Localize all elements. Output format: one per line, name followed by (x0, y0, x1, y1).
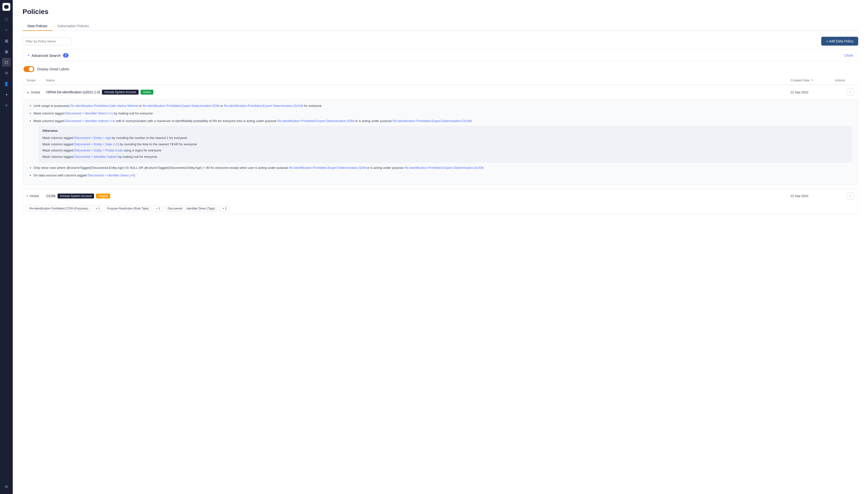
sidebar-item-message[interactable]: ✉ (2, 69, 11, 77)
hipaa-name-col: HIPAA De-identification (v2021.1.0) Immu… (46, 90, 790, 95)
link-expert-duam-2[interactable]: Re-identification Prohibited.Expert Dete… (393, 119, 472, 123)
policy-row-hipaa-header: ▲ Global HIPAA De-identification (v2021.… (23, 85, 858, 99)
policy-row-ccpa: ▾ Global CCPA Immuta System Account Stag… (22, 189, 858, 214)
hipaa-actions-button[interactable]: ⋮ (847, 89, 854, 96)
tab-data-policies[interactable]: Data Policies (22, 22, 53, 31)
column-header-scope: Scope (26, 78, 46, 82)
otherwise-item-1: Mask columns tagged Discovered > Entity … (42, 135, 848, 140)
link-expert-duam[interactable]: Re-identification Prohibited.Expert Dete… (224, 104, 303, 108)
sidebar-item-folder[interactable]: ▣ (2, 47, 11, 56)
tabs-container: Data Policies Subscription Policies (22, 22, 858, 31)
otherwise-block: Otherwise Mask columns tagged Discovered… (38, 126, 852, 163)
hipaa-scope: ▲ Global (27, 90, 46, 94)
link-identifier-indirect-4[interactable]: Discovered > Identifier Indirect (+4) (65, 119, 115, 123)
hipaa-rule-3: Mask columns tagged Discovered > Identif… (34, 119, 852, 163)
otherwise-item-3: Mask columns tagged Discovered > Entity … (42, 148, 848, 153)
hipaa-actions-col: ⋮ (834, 89, 854, 96)
ccpa-collapsed-tags: Re-identification Prohibited.CCPA (Purpo… (23, 203, 858, 214)
sidebar-item-report[interactable]: ≡ (2, 101, 11, 110)
logo (2, 3, 10, 11)
advanced-search-close-button[interactable]: Close (844, 53, 853, 57)
advanced-search-panel: ▾ Advanced Search 2 Close (22, 50, 858, 61)
ccpa-collapsed-tag-5: + 2 (220, 206, 230, 211)
ccpa-tag-system: Immuta System Account (58, 194, 94, 198)
link-identifier-direct-1[interactable]: Discovered > Identifier Direct (+1) (65, 112, 113, 115)
ccpa-collapsed-tag-2: Purpose Restriction (Rule Type) (104, 206, 152, 211)
sidebar-item-shield[interactable]: ⬡ (2, 58, 11, 66)
hipaa-created-date: 22 Sep 2022 (790, 90, 834, 94)
sidebar-item-settings[interactable]: ⚙ (2, 482, 11, 491)
policy-row-ccpa-header: ▾ Global CCPA Immuta System Account Stag… (23, 189, 858, 203)
display-toggle-row: Display Detail Labels (22, 66, 858, 72)
ccpa-tag-staged: Staged (96, 194, 110, 198)
hipaa-policy-detail: Limit usage to purpose(s) Re-identificat… (23, 99, 858, 185)
advanced-search-toggle[interactable]: ▾ Advanced Search 2 (28, 53, 68, 58)
link-identifier-indirect[interactable]: Discovered > Identifier Indirect (74, 155, 117, 158)
sidebar-item-database[interactable]: ▦ (2, 36, 11, 45)
link-expert-duam-3[interactable]: Re-identification Prohibited.Expert Dete… (405, 166, 484, 170)
policy-row-hipaa: ▲ Global HIPAA De-identification (v2021.… (22, 85, 858, 185)
otherwise-item-2: Mask columns tagged Discovered > Entity … (42, 142, 848, 147)
logo-icon (4, 5, 8, 9)
ccpa-collapsed-tag-1: + 1 (93, 206, 103, 211)
column-header-actions: Actions (835, 78, 854, 82)
otherwise-title: Otherwise (42, 128, 848, 134)
tab-subscription-policies[interactable]: Subscription Policies (53, 22, 94, 31)
link-expert-sdm-3[interactable]: Re-identification Prohibited.Expert Dete… (289, 166, 366, 170)
table-header: Scope Name Created Date ⇅ Actions (22, 76, 858, 85)
link-expert-sdm[interactable]: Re-identification Prohibited.Expert Dete… (142, 104, 219, 108)
hipaa-detail-list: Limit usage to purpose(s) Re-identificat… (29, 103, 852, 178)
hipaa-collapse-button[interactable]: ▲ (27, 91, 29, 94)
page-title: Policies (22, 8, 858, 16)
add-data-policy-button[interactable]: + Add Data Policy (821, 37, 858, 45)
ccpa-name-col: CCPA Immuta System Account Staged (46, 194, 790, 198)
hipaa-rule-4: Only show rows where @columnTagged('Disc… (34, 166, 852, 171)
column-header-created-date: Created Date ⇅ (791, 78, 835, 82)
hipaa-tag-active: Active (141, 90, 154, 95)
policy-name-filter[interactable] (22, 37, 72, 45)
hipaa-policy-name: HIPAA De-identification (v2021.1.0) (46, 90, 100, 94)
link-safe-harbor[interactable]: Re-identification Prohibited.Safe Harbor… (70, 104, 138, 108)
link-entity-age[interactable]: Discovered > Entity > Age (74, 136, 111, 140)
sidebar-item-home[interactable]: ⬡ (2, 15, 11, 23)
otherwise-item-4: Mask columns tagged Discovered > Identif… (42, 154, 848, 159)
display-detail-labels-toggle[interactable] (23, 66, 34, 72)
ccpa-actions-button[interactable]: ⋮ (847, 192, 854, 200)
ccpa-collapsed-tag-4: Discovered ... Identifier Direct (Tags) (165, 206, 218, 211)
ccpa-policy-name: CCPA (46, 194, 56, 198)
filter-row: + Add Data Policy (22, 37, 858, 45)
advanced-search-header: ▾ Advanced Search 2 Close (23, 50, 858, 61)
link-expert-sdm-2[interactable]: Re-identification Prohibited.Expert Dete… (277, 119, 354, 123)
link-identifier-direct-6[interactable]: Discovered > Identifier Direct (+6) (88, 173, 135, 177)
column-header-name: Name (46, 78, 791, 82)
hipaa-rule-5: On data sources with columns tagged Disc… (34, 173, 852, 178)
ccpa-collapsed-tag-0: Re-identification Prohibited.CCPA (Purpo… (27, 206, 91, 211)
hipaa-tag-system: Immuta System Account (102, 90, 138, 95)
main-content: Policies Data Policies Subscription Poli… (13, 0, 868, 494)
advanced-search-title: Advanced Search (32, 53, 60, 58)
hipaa-rule-2: Mask columns tagged Discovered > Identif… (34, 111, 852, 116)
chevron-down-icon: ▾ (28, 54, 29, 57)
link-postal-code[interactable]: Discovered > Entity > Postal Code (74, 149, 123, 152)
display-detail-labels-label: Display Detail Labels (37, 67, 69, 71)
ccpa-created-date: 22 Sep 2022 (790, 194, 834, 198)
ccpa-collapsed-tag-3: + 1 (153, 206, 163, 211)
ccpa-scope: ▾ Global (27, 194, 46, 198)
sidebar: ⬡ ＋ ▦ ▣ ⬡ ✉ 👤 ✦ ≡ ⚙ (0, 0, 13, 494)
sidebar-item-users[interactable]: 👤 (2, 79, 11, 88)
sidebar-item-key[interactable]: ✦ (2, 90, 11, 99)
sidebar-item-add[interactable]: ＋ (2, 25, 11, 34)
link-entity-date[interactable]: Discovered > Entity > Date (+1) (74, 142, 119, 146)
hipaa-rule-1: Limit usage to purpose(s) Re-identificat… (34, 103, 852, 109)
advanced-search-badge: 2 (63, 53, 68, 58)
ccpa-collapse-button[interactable]: ▾ (27, 194, 28, 197)
sort-icon[interactable]: ⇅ (811, 79, 813, 82)
ccpa-actions-col: ⋮ (834, 192, 854, 200)
